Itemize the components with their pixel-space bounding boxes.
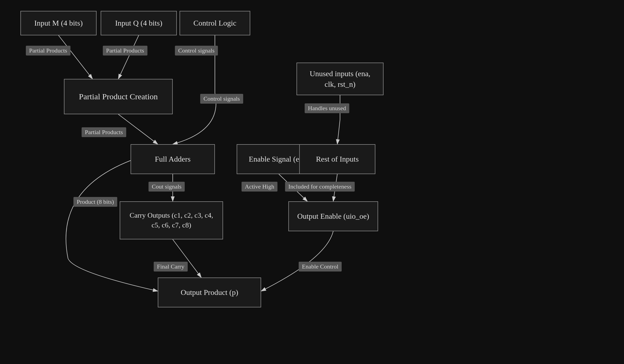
label-active-high: Active High [242, 182, 277, 192]
diagram-container: Input M (4 bits) Input Q (4 bits) Contro… [0, 0, 624, 364]
label-handles-unused: Handles unused [305, 103, 349, 113]
label-control-signals-2: Control signals [200, 94, 243, 104]
input-m-label: Input M (4 bits) [34, 18, 83, 28]
rest-of-inputs-label: Rest of Inputs [316, 154, 359, 164]
carry-outputs-label: Carry Outputs (c1, c2, c3, c4, c5, c6, c… [127, 211, 216, 230]
label-product-8bits: Product (8 bits) [73, 197, 117, 207]
input-m-node: Input M (4 bits) [20, 11, 97, 35]
control-logic-node: Control Logic [180, 11, 250, 35]
output-enable-node: Output Enable (uio_oe) [288, 201, 378, 231]
label-cout-signals: Cout signals [149, 182, 185, 192]
svg-line-10 [173, 239, 201, 277]
output-product-label: Output Product (p) [181, 287, 238, 298]
rest-of-inputs-node: Rest of Inputs [299, 144, 375, 174]
svg-line-1 [118, 35, 139, 79]
partial-product-creation-label: Partial Product Creation [79, 91, 158, 102]
input-q-node: Input Q (4 bits) [101, 11, 177, 35]
output-enable-label: Output Enable (uio_oe) [297, 211, 369, 221]
partial-product-creation-node: Partial Product Creation [64, 79, 173, 114]
unused-inputs-label: Unused inputs (ena, clk, rst_n) [304, 68, 376, 90]
label-included-completeness: Included for completeness [285, 182, 355, 192]
label-partial-products-1: Partial Products [26, 46, 70, 55]
label-partial-products-2: Partial Products [103, 46, 147, 55]
svg-line-7 [337, 120, 340, 144]
full-adders-label: Full Adders [155, 154, 190, 164]
control-logic-label: Control Logic [193, 18, 236, 28]
label-partial-products-3: Partial Products [82, 127, 126, 137]
label-final-carry: Final Carry [154, 262, 188, 272]
output-product-node: Output Product (p) [158, 277, 261, 307]
svg-line-0 [58, 35, 92, 79]
input-q-label: Input Q (4 bits) [115, 18, 162, 28]
carry-outputs-node: Carry Outputs (c1, c2, c3, c4, c5, c6, c… [120, 201, 223, 239]
label-control-signals-1: Control signals [175, 46, 218, 55]
full-adders-node: Full Adders [131, 144, 215, 174]
label-enable-control: Enable Control [299, 262, 342, 272]
unused-inputs-node: Unused inputs (ena, clk, rst_n) [296, 63, 384, 95]
